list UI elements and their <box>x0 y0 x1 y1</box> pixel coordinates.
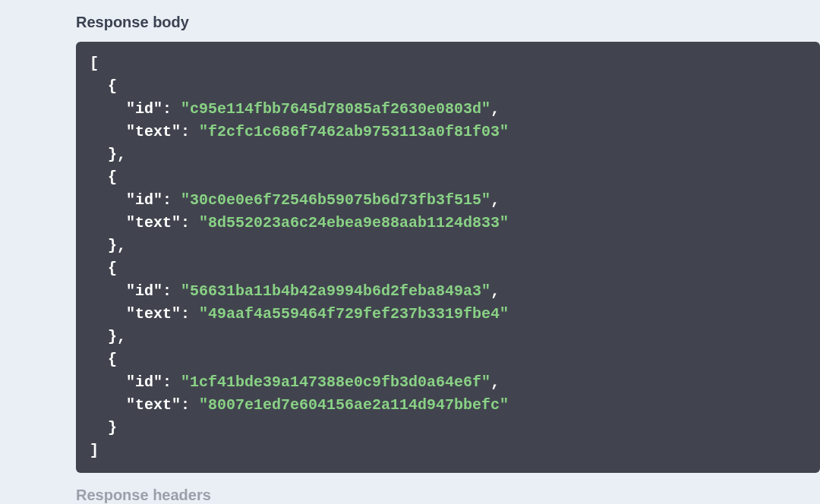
response-headers-title: Response headers <box>76 487 820 504</box>
json-value: f2cfc1c686f7462ab9753113a0f81f03 <box>208 123 500 140</box>
json-value: 56631ba11b4b42a9994b6d2feba849a3 <box>190 282 481 300</box>
json-value: 49aaf4a559464f729fef237b3319fbe4 <box>208 305 500 323</box>
json-value: 30c0e0e6f72546b59075b6d73fb3f515 <box>190 191 481 209</box>
json-value: 8d552023a6c24ebea9e88aab1124d833 <box>208 214 500 232</box>
response-body-code[interactable]: [ { "id": "c95e114fbb7645d78085af2630e08… <box>76 42 820 473</box>
response-body-title: Response body <box>76 14 820 31</box>
json-value: 8007e1ed7e604156ae2a114d947bbefc <box>208 396 500 414</box>
json-value: c95e114fbb7645d78085af2630e0803d <box>190 100 481 118</box>
json-value: 1cf41bde39a147388e0c9fb3d0a64e6f <box>190 373 481 391</box>
code-pre: [ { "id": "c95e114fbb7645d78085af2630e08… <box>90 52 806 462</box>
